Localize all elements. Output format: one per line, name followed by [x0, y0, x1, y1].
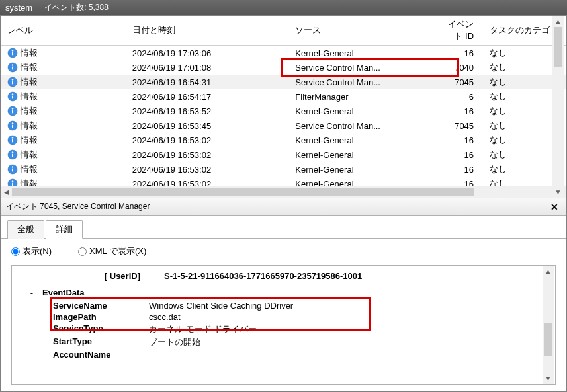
svg-point-16	[12, 122, 13, 124]
radio-display[interactable]: 表示(N)	[11, 245, 52, 257]
detail-title: イベント 7045, Service Control Manager	[6, 201, 150, 212]
svg-rect-2	[12, 52, 13, 56]
table-row[interactable]: 情報2024/06/19 16:53:45Service Control Man…	[1, 118, 566, 133]
eventdata-value: カーネル モード ドライバー	[149, 323, 257, 336]
eventdata-row: StartTypeブートの開始	[53, 336, 547, 349]
radio-display-label: 表示(N)	[22, 245, 52, 257]
info-icon	[7, 164, 18, 175]
table-row[interactable]: 情報2024/06/19 16:53:02Kernel-General16なし	[1, 133, 566, 147]
scroll-thumb[interactable]	[554, 27, 562, 67]
event-count: イベント数: 5,388	[44, 2, 109, 13]
cell-datetime: 2024/06/19 16:53:02	[126, 162, 289, 176]
eventdata-key: ServiceType	[53, 323, 149, 336]
scroll-track[interactable]	[543, 277, 554, 373]
table-row[interactable]: 情報2024/06/19 16:53:02Kernel-General16なし	[1, 176, 566, 186]
horizontal-scrollbar[interactable]: ◀ ▶	[1, 186, 566, 198]
info-icon	[7, 91, 18, 102]
cell-datetime: 2024/06/19 16:53:02	[126, 147, 289, 162]
radio-display-input[interactable]	[11, 247, 20, 256]
tab-content: 表示(N) XML で表示(X) [ UserID] S-1-5-21-9116…	[1, 239, 566, 391]
cell-level: 情報	[1, 46, 126, 61]
scroll-left-arrow[interactable]: ◀	[1, 186, 12, 198]
scroll-up-arrow[interactable]: ▲	[552, 16, 564, 27]
level-text: 情報	[21, 47, 38, 59]
table-header-row: レベル 日付と時刻 ソース イベント ID タスクのカテゴリ	[1, 16, 566, 46]
cell-eventid: 16	[435, 162, 483, 176]
tab-bar: 全般 詳細	[1, 216, 566, 239]
cell-level: 情報	[1, 133, 126, 147]
level-text: 情報	[21, 178, 38, 186]
svg-rect-29	[12, 183, 13, 186]
tab-detail[interactable]: 詳細	[46, 220, 83, 239]
scroll-thumb-h[interactable]	[12, 188, 474, 196]
vertical-scrollbar[interactable]: ▲ ▼	[552, 16, 564, 198]
detail-body: [ UserID] S-1-5-21-911664036-1771665970-…	[11, 265, 556, 385]
table-row[interactable]: 情報2024/06/19 17:03:06Kernel-General16なし	[1, 46, 566, 61]
cell-datetime: 2024/06/19 16:53:02	[126, 133, 289, 147]
svg-point-19	[12, 137, 13, 138]
svg-point-13	[12, 108, 13, 109]
svg-point-1	[12, 50, 13, 51]
level-text: 情報	[21, 149, 38, 161]
cell-source: Service Control Man...	[288, 75, 434, 89]
detail-scrollbar[interactable]: ▲ ▼	[543, 266, 554, 384]
svg-point-7	[12, 79, 13, 80]
level-text: 情報	[21, 76, 38, 88]
eventdata-row: ServiceTypeカーネル モード ドライバー	[53, 323, 547, 336]
cell-level: 情報	[1, 75, 126, 89]
cell-level: 情報	[1, 118, 126, 133]
svg-point-25	[12, 166, 13, 167]
cell-datetime: 2024/06/19 16:53:02	[126, 176, 289, 186]
col-level[interactable]: レベル	[1, 16, 126, 46]
event-table: レベル 日付と時刻 ソース イベント ID タスクのカテゴリ 情報2024/06…	[1, 16, 566, 186]
svg-rect-17	[12, 125, 13, 128]
cell-source: Kernel-General	[288, 176, 434, 186]
info-icon	[7, 77, 18, 87]
eventdata-row: ServiceNameWindows Client Side Caching D…	[53, 300, 547, 311]
svg-point-10	[12, 93, 13, 95]
close-icon[interactable]: ✕	[548, 202, 561, 212]
cell-eventid: 7045	[435, 118, 483, 133]
svg-rect-11	[12, 96, 13, 99]
cell-level: 情報	[1, 104, 126, 118]
log-name: system	[5, 3, 32, 13]
level-text: 情報	[21, 134, 38, 146]
eventdata-value: Windows Client Side Caching DDriver	[149, 300, 293, 311]
cell-eventid: 16	[435, 46, 483, 61]
table-row[interactable]: 情報2024/06/19 16:53:02Kernel-General16なし	[1, 147, 566, 162]
table-row[interactable]: 情報2024/06/19 16:53:02Kernel-General16なし	[1, 162, 566, 176]
cell-eventid: 16	[435, 133, 483, 147]
scroll-track-h[interactable]	[12, 186, 555, 198]
eventdata-key: StartType	[53, 336, 149, 349]
cell-datetime: 2024/06/19 16:53:52	[126, 104, 289, 118]
tab-general[interactable]: 全般	[7, 220, 44, 239]
col-datetime[interactable]: 日付と時刻	[126, 16, 289, 46]
svg-rect-8	[12, 81, 13, 85]
window-header: system イベント数: 5,388	[0, 0, 567, 15]
radio-xml-input[interactable]	[78, 247, 87, 256]
radio-xml[interactable]: XML で表示(X)	[78, 245, 146, 257]
eventdata-row: AccountName	[53, 349, 547, 360]
table-row[interactable]: 情報2024/06/19 16:54:31Service Control Man…	[1, 75, 566, 89]
info-icon	[7, 178, 18, 186]
level-text: 情報	[21, 61, 38, 73]
cell-datetime: 2024/06/19 17:03:06	[126, 46, 289, 61]
scroll-up-arrow[interactable]: ▲	[543, 266, 554, 277]
collapse-icon[interactable]: -	[28, 288, 36, 297]
table-row[interactable]: 情報2024/06/19 16:54:17FilterManager6なし	[1, 89, 566, 104]
scroll-down-arrow[interactable]: ▼	[543, 373, 554, 384]
table-row[interactable]: 情報2024/06/19 16:53:52Kernel-General16なし	[1, 104, 566, 118]
cell-eventid: 7040	[435, 60, 483, 75]
cell-level: 情報	[1, 147, 126, 162]
info-icon	[7, 106, 18, 116]
scroll-thumb[interactable]	[544, 323, 552, 356]
scroll-track[interactable]	[552, 27, 564, 186]
cell-level: 情報	[1, 89, 126, 104]
col-source[interactable]: ソース	[288, 16, 434, 46]
cell-source: FilterManager	[288, 89, 434, 104]
col-eventid[interactable]: イベント ID	[435, 16, 483, 46]
level-text: 情報	[21, 91, 38, 102]
eventdata-header[interactable]: - EventData	[28, 288, 547, 297]
level-text: 情報	[21, 120, 38, 132]
table-row[interactable]: 情報2024/06/19 17:01:08Service Control Man…	[1, 60, 566, 75]
